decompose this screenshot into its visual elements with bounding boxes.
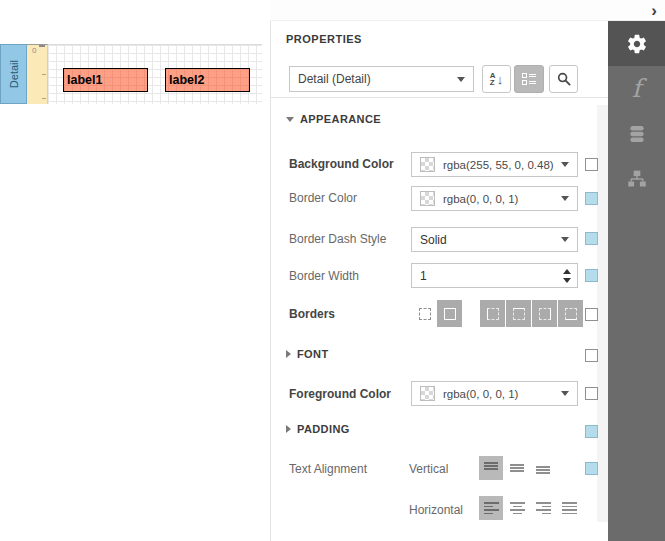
section-padding[interactable]: PADDING <box>286 423 350 435</box>
sidebar-item-report-explorer[interactable] <box>608 156 665 201</box>
foreground-color-dropdown[interactable]: rgba(0, 0, 0, 1) <box>411 381 578 406</box>
color-swatch <box>420 191 435 206</box>
collapse-panel-chevron-icon[interactable]: › <box>651 1 657 20</box>
search-button[interactable] <box>549 65 578 93</box>
band-tab-label: Detail <box>8 60 20 88</box>
categorized-view-button[interactable] <box>514 65 544 93</box>
border-width-label: Border Width <box>289 269 359 283</box>
search-icon <box>557 72 571 86</box>
background-color-label: Background Color <box>289 157 394 171</box>
chevron-down-icon <box>457 77 465 82</box>
design-grid[interactable]: label1 label2 <box>48 44 262 104</box>
borders-checkbox[interactable] <box>585 308 598 321</box>
border-left-icon <box>487 308 499 320</box>
align-middle-icon <box>510 462 524 474</box>
chevron-expanded-icon <box>286 117 294 122</box>
borders-label: Borders <box>289 307 335 321</box>
gear-icon <box>626 33 648 55</box>
align-middle-button[interactable] <box>505 456 529 480</box>
properties-panel: PROPERTIES Detail (Detail) AZ ↓ APPEARAN… <box>270 21 608 541</box>
chevron-down-icon <box>561 196 569 201</box>
border-right-icon <box>539 308 551 320</box>
border-color-value: rgba(0, 0, 0, 1) <box>443 193 555 205</box>
sort-alphabetical-button[interactable]: AZ ↓ <box>482 65 511 93</box>
border-color-label: Border Color <box>289 191 357 205</box>
border-bottom-icon <box>565 308 577 320</box>
text-alignment-checkbox[interactable] <box>585 462 598 475</box>
sidebar-item-expressions[interactable]: f <box>608 66 665 111</box>
border-top-icon <box>513 308 525 320</box>
foreground-color-value: rgba(0, 0, 0, 1) <box>443 388 555 400</box>
report-control-label2[interactable]: label2 <box>165 68 250 92</box>
categorized-view-icon <box>522 73 536 85</box>
vertical-ruler: 0 <box>27 44 48 104</box>
section-font[interactable]: FONT <box>286 348 329 360</box>
borders-all-button[interactable] <box>437 300 462 327</box>
border-all-icon <box>444 308 456 320</box>
panel-top-strip: › <box>270 0 665 21</box>
database-icon <box>627 124 647 144</box>
align-top-icon <box>484 462 498 474</box>
ruler-tick <box>42 98 46 99</box>
align-right-button[interactable] <box>531 496 555 520</box>
border-color-dropdown[interactable]: rgba(0, 0, 0, 1) <box>411 186 578 211</box>
vertical-alignment-label: Vertical <box>409 462 448 476</box>
foreground-color-checkbox[interactable] <box>585 387 598 400</box>
color-swatch <box>420 157 435 172</box>
border-right-button[interactable] <box>532 300 557 327</box>
align-top-button[interactable] <box>479 456 503 480</box>
spin-up-icon[interactable] <box>563 269 571 274</box>
background-color-value: rgba(255, 55, 0, 0.48) <box>443 159 555 171</box>
border-left-button[interactable] <box>480 300 505 327</box>
chevron-down-icon <box>561 162 569 167</box>
align-center-button[interactable] <box>505 496 529 520</box>
padding-checkbox[interactable] <box>585 425 598 438</box>
divider <box>271 97 609 98</box>
align-right-icon <box>536 502 551 515</box>
borders-side-buttons <box>480 300 583 327</box>
text-alignment-label: Text Alignment <box>289 462 367 476</box>
hierarchy-tree-icon <box>627 169 647 189</box>
color-swatch <box>420 386 435 401</box>
border-dash-style-value: Solid <box>420 233 555 247</box>
ruler-tick <box>39 45 45 47</box>
ruler-origin-label: 0 <box>32 46 36 55</box>
horizontal-alignment-buttons <box>479 496 581 520</box>
designer-side-toolbar: f <box>608 21 665 541</box>
border-dash-style-dropdown[interactable]: Solid <box>411 227 578 252</box>
sidebar-item-field-list[interactable] <box>608 111 665 156</box>
borders-none-button[interactable] <box>414 300 435 327</box>
border-width-input[interactable]: 1 <box>411 263 578 288</box>
object-selector-value: Detail (Detail) <box>298 72 451 86</box>
chevron-collapsed-icon <box>286 350 291 358</box>
foreground-color-label: Foreground Color <box>289 387 391 401</box>
border-dash-style-label: Border Dash Style <box>289 232 386 246</box>
sidebar-item-properties[interactable] <box>608 21 665 66</box>
background-color-dropdown[interactable]: rgba(255, 55, 0, 0.48) <box>411 152 578 177</box>
border-width-value: 1 <box>420 269 427 283</box>
border-width-checkbox[interactable] <box>585 269 598 282</box>
sort-az-icon: AZ ↓ <box>490 72 503 86</box>
font-checkbox[interactable] <box>585 349 598 362</box>
border-top-button[interactable] <box>506 300 531 327</box>
border-bottom-button[interactable] <box>558 300 583 327</box>
panel-title: PROPERTIES <box>286 33 362 45</box>
align-bottom-icon <box>536 462 550 474</box>
detail-band: Detail 0 label1 label2 <box>0 44 262 104</box>
background-color-checkbox[interactable] <box>585 158 598 171</box>
border-color-checkbox[interactable] <box>585 192 598 205</box>
border-none-icon <box>419 308 431 320</box>
align-bottom-button[interactable] <box>531 456 555 480</box>
align-left-button[interactable] <box>479 496 503 520</box>
report-control-label1[interactable]: label1 <box>63 68 148 92</box>
border-dash-style-checkbox[interactable] <box>585 232 598 245</box>
band-tab-detail[interactable]: Detail <box>0 44 27 104</box>
chevron-down-icon <box>561 237 569 242</box>
align-justify-button[interactable] <box>557 496 581 520</box>
align-center-icon <box>510 502 525 515</box>
object-selector-dropdown[interactable]: Detail (Detail) <box>289 66 474 92</box>
align-justify-icon <box>562 502 577 515</box>
section-appearance[interactable]: APPEARANCE <box>286 113 381 125</box>
vertical-alignment-buttons <box>479 456 555 480</box>
spin-down-icon[interactable] <box>563 278 571 283</box>
